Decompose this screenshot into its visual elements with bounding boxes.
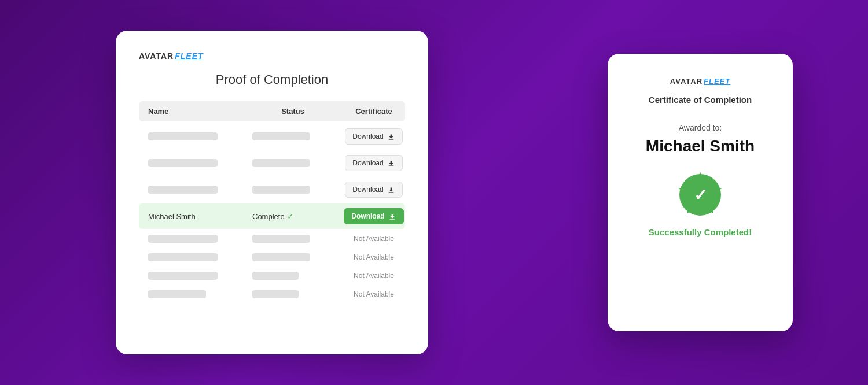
badge-checkmark: ✓ bbox=[694, 186, 707, 205]
skeleton-name bbox=[148, 235, 218, 243]
certificate-title: Certificate of Completion bbox=[649, 95, 752, 105]
table-header: Name Status Certificate bbox=[139, 101, 405, 121]
table-row: Download bbox=[139, 124, 405, 149]
header-name: Name bbox=[148, 107, 252, 116]
table-row-michael-smith: Michael Smith Complete ✓ Download bbox=[139, 203, 405, 229]
logo-fleet-text: FLEET bbox=[175, 51, 203, 61]
skeleton-name bbox=[148, 132, 218, 140]
skeleton-name bbox=[148, 290, 206, 298]
cert-logo-fleet: FLEET bbox=[704, 77, 730, 86]
skeleton-name bbox=[148, 272, 218, 280]
proof-title: Proof of Completion bbox=[139, 72, 405, 87]
proof-of-completion-card: AVATAR FLEET Proof of Completion Name St… bbox=[116, 31, 428, 354]
download-button-2[interactable]: Download bbox=[345, 155, 402, 171]
check-icon: ✓ bbox=[287, 212, 294, 221]
table-row: Download bbox=[139, 177, 405, 202]
awarded-label: Awarded to: bbox=[679, 123, 722, 132]
skeleton-name bbox=[148, 159, 218, 167]
table-row: Not Available bbox=[139, 230, 405, 247]
download-button-active[interactable]: Download bbox=[344, 208, 403, 224]
not-available-label: Not Available bbox=[354, 272, 394, 280]
table-row: Not Available bbox=[139, 249, 405, 266]
table-row: Not Available bbox=[139, 267, 405, 284]
skeleton-status bbox=[252, 235, 310, 243]
download-button-3[interactable]: Download bbox=[345, 182, 402, 198]
skeleton-name bbox=[148, 253, 218, 261]
header-certificate: Certificate bbox=[333, 107, 414, 116]
skeleton-status bbox=[252, 186, 310, 194]
recipient-name: Michael Smith bbox=[646, 137, 755, 156]
skeleton-name bbox=[148, 186, 218, 194]
skeleton-status bbox=[252, 159, 310, 167]
logo-avatar-text: AVATAR bbox=[139, 51, 174, 61]
download-button-1[interactable]: Download bbox=[345, 128, 402, 145]
header-status: Status bbox=[252, 107, 333, 116]
not-available-label: Not Available bbox=[354, 235, 394, 243]
download-icon bbox=[387, 132, 395, 140]
success-text: Successfully Completed! bbox=[649, 227, 752, 237]
skeleton-status bbox=[252, 272, 299, 280]
not-available-label: Not Available bbox=[354, 253, 394, 261]
table-row: Download bbox=[139, 150, 405, 176]
certificate-card: AVATAR FLEET Certificate of Completion A… bbox=[608, 54, 793, 331]
scene: AVATAR FLEET Proof of Completion Name St… bbox=[0, 0, 868, 385]
skeleton-status bbox=[252, 253, 310, 261]
download-icon bbox=[387, 186, 395, 194]
skeleton-status bbox=[252, 132, 310, 140]
table-row: Not Available bbox=[139, 286, 405, 303]
cert-logo: AVATAR FLEET bbox=[670, 77, 730, 86]
not-available-label: Not Available bbox=[354, 290, 394, 298]
completion-table: Name Status Certificate Download bbox=[139, 101, 405, 303]
logo-left: AVATAR FLEET bbox=[139, 51, 405, 61]
completion-badge: ✓ bbox=[679, 174, 721, 216]
download-icon-active bbox=[388, 212, 396, 220]
cell-status-complete: Complete ✓ bbox=[252, 212, 333, 221]
skeleton-status bbox=[252, 290, 299, 298]
cell-name-michael: Michael Smith bbox=[148, 212, 252, 221]
cert-logo-avatar: AVATAR bbox=[670, 77, 703, 86]
download-icon bbox=[387, 159, 395, 167]
